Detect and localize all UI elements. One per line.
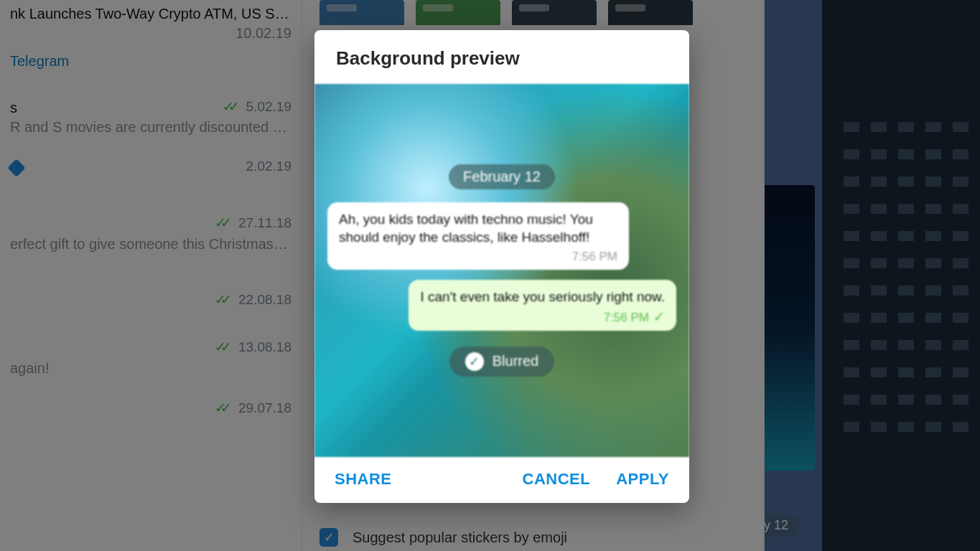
outgoing-message-bubble: I can't even take you seriously right no… [409,280,676,331]
message-time: 7:56 PM✓ [420,309,665,326]
date-chip: February 12 [449,164,555,189]
cancel-button[interactable]: CANCEL [523,470,591,489]
background-preview-area: February 12 Ah, you kids today with tech… [314,84,689,457]
blurred-label: Blurred [493,353,538,369]
modal-title: Background preview [314,30,689,84]
background-preview-modal: Background preview February 12 Ah, you k… [314,30,689,503]
message-text: I can't even take you seriously right no… [420,289,665,304]
message-text: Ah, you kids today with techno music! Yo… [339,212,593,245]
check-icon: ✓ [653,309,665,324]
share-button[interactable]: SHARE [335,470,392,489]
message-time: 7:56 PM [339,249,617,265]
check-circle-icon: ✓ [465,352,484,371]
apply-button[interactable]: APPLY [616,470,669,489]
incoming-message-bubble: Ah, you kids today with techno music! Yo… [327,202,629,269]
modal-footer: SHARE CANCEL APPLY [314,457,689,503]
blurred-toggle[interactable]: ✓ Blurred [449,347,554,377]
